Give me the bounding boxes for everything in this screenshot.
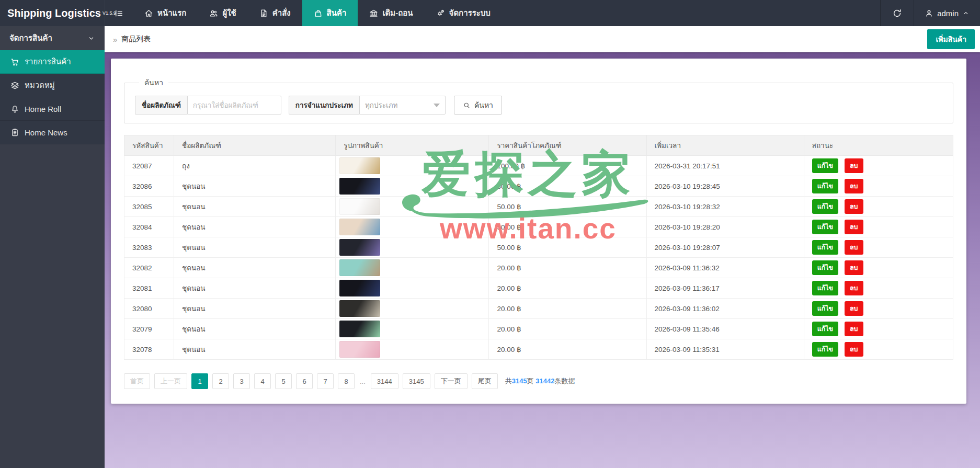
edit-button[interactable]: แก้ไข (812, 179, 838, 193)
product-name-label: ชื่อผลิตภัณฑ์ (135, 96, 187, 115)
pagination-page-button[interactable]: 8 (338, 373, 355, 389)
cell-product-image (336, 237, 489, 258)
edit-button[interactable]: แก้ไข (812, 260, 838, 275)
edit-button[interactable]: แก้ไข (812, 158, 838, 173)
search-button[interactable]: ค้นหา (454, 96, 502, 115)
pagination-last-button[interactable]: 尾页 (472, 373, 498, 389)
cell-product-name: ชุดนอน (174, 278, 336, 299)
sidebar-item-home-news[interactable]: Home News (0, 121, 105, 144)
delete-button[interactable]: ลบ (845, 322, 863, 336)
pagination-page-button[interactable]: 3 (233, 373, 250, 389)
user-icon (925, 9, 933, 18)
category-selected-value: ทุกประเภท (365, 99, 398, 111)
nav-item-label: ผู้ใช้ (222, 7, 236, 19)
product-thumbnail[interactable] (339, 157, 380, 174)
product-thumbnail[interactable] (339, 259, 380, 276)
pagination-page-button[interactable]: ... (359, 373, 367, 389)
table-row: 32078 ชุดนอน 20.00 ฿ 2026-03-09 11:35:31… (124, 339, 953, 360)
col-header-add-time: เพิ่มเวลา (646, 135, 804, 156)
edit-button[interactable]: แก้ไข (812, 199, 838, 214)
top-navbar: Shipping Logistics V1.5.9 หน้าแรก ผู้ใช้… (0, 0, 980, 26)
cell-product-id: 32087 (124, 156, 174, 176)
cell-actions: แก้ไข ลบ (804, 299, 953, 319)
breadcrumb: » 商品列表 (113, 35, 151, 44)
cell-product-name: ชุดนอน (174, 258, 336, 278)
pagination-page-button[interactable]: 6 (296, 373, 313, 389)
pagination-page-button[interactable]: 4 (254, 373, 271, 389)
delete-button[interactable]: ลบ (845, 342, 863, 357)
sidebar-section-product-management[interactable]: จัดการสินค้า (0, 26, 105, 50)
pagination-first-button[interactable]: 首页 (124, 373, 150, 389)
nav-item-home[interactable]: หน้าแรก (133, 0, 198, 26)
delete-button[interactable]: ลบ (845, 301, 863, 316)
delete-button[interactable]: ลบ (845, 179, 863, 193)
home-icon (144, 9, 153, 18)
edit-button[interactable]: แก้ไข (812, 342, 838, 357)
pagination-page-button[interactable]: 5 (275, 373, 292, 389)
cell-product-price: 20.00 ฿ (489, 258, 646, 278)
delete-button[interactable]: ลบ (845, 158, 863, 173)
product-thumbnail[interactable] (339, 321, 380, 337)
add-product-button[interactable]: เพิ่มสินค้า (927, 29, 975, 49)
cell-product-price: 20.00 ฿ (489, 319, 646, 339)
main-menu: หน้าแรก ผู้ใช้ คำสั่ง สินค้า เติม-ถอน จั… (133, 0, 502, 26)
cell-product-price: 50.00 ฿ (489, 176, 646, 197)
pagination-prev-button[interactable]: 上一页 (154, 373, 187, 389)
nav-item-label: หน้าแรก (157, 7, 186, 19)
cell-actions: แก้ไข ลบ (804, 339, 953, 360)
pagination-next-button[interactable]: 下一页 (435, 373, 468, 389)
category-select[interactable]: ทุกประเภท (359, 96, 446, 115)
edit-button[interactable]: แก้ไข (812, 281, 838, 295)
cell-actions: แก้ไข ลบ (804, 237, 953, 258)
search-legend: ค้นหา (139, 77, 168, 88)
product-thumbnail[interactable] (339, 280, 380, 296)
delete-button[interactable]: ลบ (845, 281, 863, 295)
delete-button[interactable]: ลบ (845, 199, 863, 214)
delete-button[interactable]: ลบ (845, 220, 863, 234)
delete-button[interactable]: ลบ (845, 240, 863, 255)
col-header-product-image: รูปภาพสินค้า (336, 135, 489, 156)
cell-product-name: ชุดนอน (174, 176, 336, 197)
user-menu[interactable]: admin (914, 0, 980, 26)
breadcrumb-arrow-icon: » (113, 35, 117, 44)
pagination-page-button[interactable]: 1 (191, 373, 208, 389)
nav-item-orders[interactable]: คำสั่ง (248, 0, 302, 26)
product-thumbnail[interactable] (339, 219, 380, 235)
edit-button[interactable]: แก้ไข (812, 301, 838, 316)
product-thumbnail[interactable] (339, 239, 380, 256)
pagination-page-button[interactable]: 2 (212, 373, 229, 389)
edit-button[interactable]: แก้ไข (812, 220, 838, 234)
cell-add-time: 2026-03-09 11:35:31 (646, 339, 804, 360)
delete-button[interactable]: ลบ (845, 260, 863, 275)
nav-item-label: คำสั่ง (272, 7, 291, 19)
edit-button[interactable]: แก้ไข (812, 322, 838, 336)
sidebar-collapse-button[interactable] (105, 0, 133, 26)
nav-item-deposit-withdraw[interactable]: เติม-ถอน (358, 0, 424, 26)
refresh-button[interactable] (880, 0, 914, 26)
product-thumbnail[interactable] (339, 198, 380, 215)
nav-item-users[interactable]: ผู้ใช้ (198, 0, 247, 26)
cell-actions: แก้ไข ลบ (804, 278, 953, 299)
nav-item-label: จัดการระบบ (449, 7, 491, 19)
cell-actions: แก้ไข ลบ (804, 319, 953, 339)
pagination-page-button[interactable]: 3144 (371, 373, 398, 389)
sidebar-item-home-roll[interactable]: Home Roll (0, 97, 105, 121)
cell-product-image (336, 217, 489, 237)
cell-product-image (336, 339, 489, 360)
pagination-pages: 12345678...31443145 (191, 373, 430, 389)
sidebar-item-categories[interactable]: หมวดหมู่ (0, 74, 105, 97)
product-thumbnail[interactable] (339, 178, 380, 195)
cell-product-id: 32079 (124, 319, 174, 339)
nav-item-products[interactable]: สินค้า (302, 0, 358, 26)
nav-item-system[interactable]: จัดการระบบ (425, 0, 502, 26)
product-thumbnail[interactable] (339, 300, 380, 317)
pagination-page-button[interactable]: 3145 (403, 373, 430, 389)
cell-add-time: 2026-03-10 19:28:45 (646, 176, 804, 197)
edit-button[interactable]: แก้ไข (812, 240, 838, 255)
pagination-page-button[interactable]: 7 (317, 373, 334, 389)
sidebar-item-product-list[interactable]: รายการสินค้า (0, 50, 105, 74)
product-thumbnail[interactable] (339, 341, 380, 358)
breadcrumb-bar: » 商品列表 เพิ่มสินค้า (105, 26, 980, 52)
chevron-down-icon (87, 35, 95, 42)
product-name-input[interactable] (187, 96, 281, 115)
